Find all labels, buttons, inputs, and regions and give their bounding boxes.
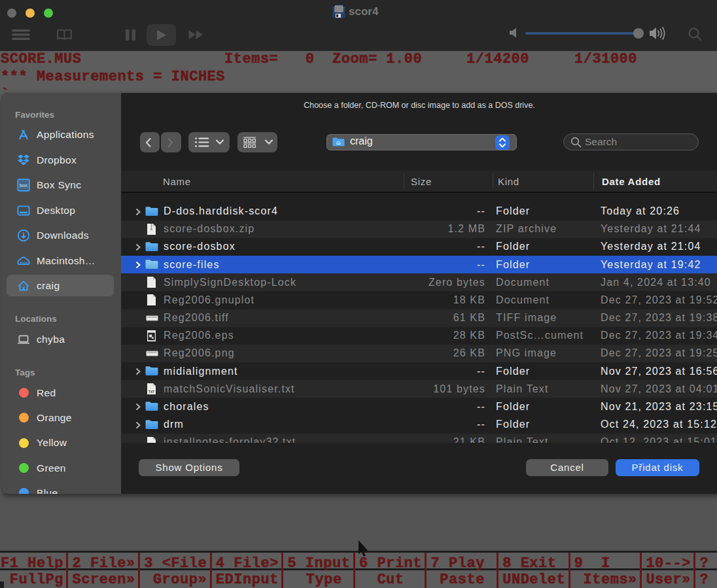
svg-text:TXT: TXT: [149, 390, 154, 394]
svg-text:box: box: [20, 182, 27, 188]
